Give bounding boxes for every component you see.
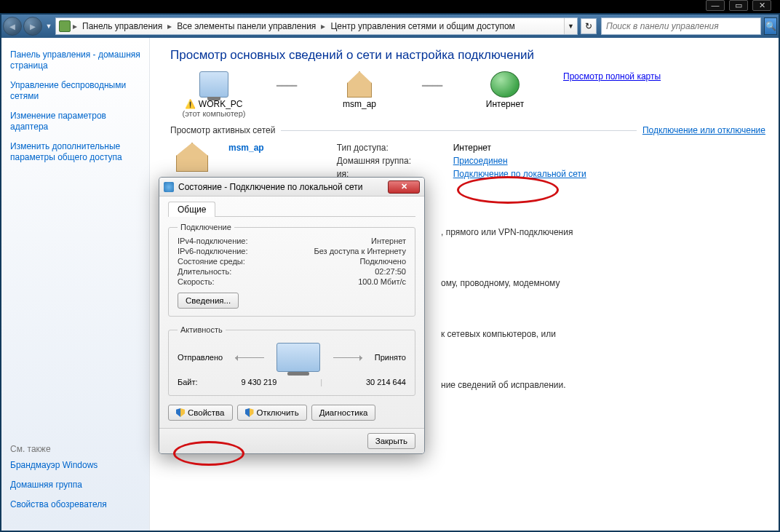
breadcrumb-item[interactable]: Панель управления xyxy=(78,18,167,34)
control-panel-icon xyxy=(59,20,71,32)
nav-back-button[interactable]: ◄ xyxy=(3,17,22,36)
outer-close-button[interactable]: ✕ xyxy=(752,0,771,11)
seealso-link-homegroup[interactable]: Домашняя группа xyxy=(10,480,140,491)
bytes-sent-value: 9 430 219 xyxy=(241,378,276,386)
page-title: Просмотр основных сведений о сети и наст… xyxy=(170,48,765,63)
breadcrumb-item[interactable]: Все элементы панели управления xyxy=(172,18,320,34)
search-go-button[interactable]: 🔍 xyxy=(764,17,777,35)
shield-icon xyxy=(245,408,254,417)
active-networks-header: Просмотр активных сетей xyxy=(170,125,275,135)
address-dropdown-button[interactable]: ▼ xyxy=(564,18,577,34)
ipv4-value: Интернет xyxy=(371,237,406,245)
speed-value: 100.0 Мбит/с xyxy=(358,277,406,286)
outer-window-chrome: — ▭ ✕ xyxy=(0,0,780,13)
explorer-toolbar: ◄ ► ▼ ▸ Панель управления ▸ Все элементы… xyxy=(1,15,779,38)
activity-group: Активность Отправлено Принято Байт: 9 43… xyxy=(168,325,415,396)
sidebar-home-link[interactable]: Панель управления - домашняя страница xyxy=(10,49,140,71)
globe-icon xyxy=(490,71,520,98)
status-dialog: Состояние - Подключение по локальной сет… xyxy=(159,177,425,454)
duration-value: 02:27:50 xyxy=(375,267,406,276)
seealso-link-ie-options[interactable]: Свойства обозревателя xyxy=(10,499,140,510)
sidebar-link-sharing[interactable]: Изменить дополнительные параметры общего… xyxy=(10,141,140,163)
connection-group-label: Подключение xyxy=(178,223,234,231)
network-map: ⚠️ WORK_PC (этот компьютер) ━━━━ msm_ap … xyxy=(170,71,549,118)
speed-label: Скорость: xyxy=(178,277,215,286)
diagnose-button[interactable]: Диагностика xyxy=(311,405,376,421)
house-icon xyxy=(347,71,372,98)
ipv6-value: Без доступа к Интернету xyxy=(314,247,406,255)
refresh-button[interactable]: ↻ xyxy=(581,18,597,34)
warning-icon: ⚠️ xyxy=(185,99,196,109)
breadcrumb-item[interactable]: Центр управления сетями и общим доступом xyxy=(326,18,520,34)
outer-maximize-button[interactable]: ▭ xyxy=(729,0,748,11)
search-box[interactable] xyxy=(601,17,761,35)
shield-icon xyxy=(176,408,185,417)
sent-label: Отправлено xyxy=(178,353,223,362)
computers-icon xyxy=(276,343,320,372)
bg-text-fragment: ому, проводному, модемному xyxy=(441,278,560,288)
house-icon xyxy=(176,143,208,172)
bytes-label: Байт: xyxy=(178,378,198,386)
arrow-right-icon xyxy=(333,357,362,358)
media-state-label: Состояние среды: xyxy=(178,257,245,266)
bg-text-fragment: ние сведений об исправлении. xyxy=(441,380,566,390)
media-state-value: Подключено xyxy=(359,257,406,266)
map-connector: ━━━━ xyxy=(403,71,461,100)
outer-minimize-button[interactable]: — xyxy=(706,0,725,11)
sidebar-link-wireless[interactable]: Управление беспроводными сетями xyxy=(10,80,140,102)
search-input[interactable] xyxy=(605,20,757,32)
seealso-link-firewall[interactable]: Брандмауэр Windows xyxy=(10,460,140,471)
details-button[interactable]: Сведения... xyxy=(178,293,239,309)
ipv6-label: IPv6-подключение: xyxy=(178,247,248,255)
view-full-map-link[interactable]: Просмотр полной карты xyxy=(563,71,661,118)
address-bar[interactable]: ▸ Панель управления ▸ Все элементы панел… xyxy=(55,17,578,35)
connect-disconnect-link[interactable]: Подключение или отключение xyxy=(642,125,765,135)
node-pc-label: ⚠️ WORK_PC xyxy=(170,99,258,109)
arrow-left-icon xyxy=(235,357,264,358)
active-network-name[interactable]: msm_ap xyxy=(228,143,264,153)
dialog-title: Состояние - Подключение по локальной сет… xyxy=(178,182,388,192)
nav-forward-button[interactable]: ► xyxy=(23,17,42,36)
duration-label: Длительность: xyxy=(178,267,231,276)
seealso-header: См. также xyxy=(10,444,140,454)
bytes-recv-value: 30 214 644 xyxy=(366,378,406,386)
map-connector: ━━━━ xyxy=(258,71,316,100)
tab-general[interactable]: Общие xyxy=(168,202,215,217)
sidebar-link-adapter[interactable]: Изменение параметров адаптера xyxy=(10,111,140,132)
dialog-titlebar[interactable]: Состояние - Подключение по локальной сет… xyxy=(159,178,424,196)
node-pc-sublabel: (этот компьютер) xyxy=(170,109,258,118)
lan-connection-link[interactable]: Подключение по локальной сети xyxy=(453,169,628,179)
connection-group: Подключение IPv4-подключение:Интернет IP… xyxy=(168,223,415,317)
ipv4-label: IPv4-подключение: xyxy=(178,237,248,245)
dialog-close-button[interactable]: ✕ xyxy=(388,180,420,194)
network-icon xyxy=(164,182,174,192)
bg-text-fragment: к сетевых компьютеров, или xyxy=(441,329,556,339)
sidebar: Панель управления - домашняя страница Уп… xyxy=(1,38,150,531)
disable-button[interactable]: Отключить xyxy=(237,405,307,421)
homegroup-label: Домашняя группа: xyxy=(337,156,453,166)
computer-icon xyxy=(199,71,228,98)
properties-button[interactable]: Свойства xyxy=(168,405,233,421)
homegroup-value-link[interactable]: Присоединен xyxy=(453,156,628,166)
dialog-close-footer-button[interactable]: Закрыть xyxy=(367,433,415,449)
node-inet-label: Интернет xyxy=(461,99,549,109)
recv-label: Принято xyxy=(375,353,406,362)
access-type-value: Интернет xyxy=(453,143,628,153)
node-net-label: msm_ap xyxy=(316,99,403,109)
bg-text-fragment: , прямого или VPN-подключения xyxy=(441,227,573,237)
access-type-label: Тип доступа: xyxy=(337,143,453,153)
activity-group-label: Активность xyxy=(178,325,226,334)
nav-history-dropdown[interactable]: ▼ xyxy=(44,17,54,36)
